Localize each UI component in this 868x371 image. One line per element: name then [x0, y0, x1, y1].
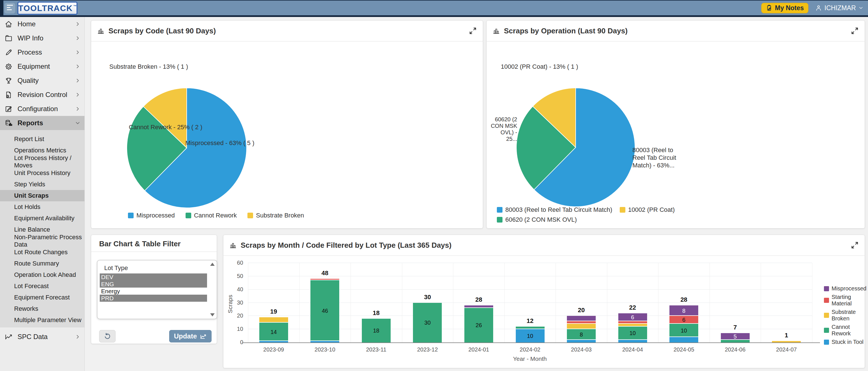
- sidebar-item-revision-control[interactable]: Revision Control: [0, 88, 85, 102]
- my-notes-button[interactable]: My Notes: [761, 3, 808, 13]
- listbox-scrollbar[interactable]: [210, 263, 215, 316]
- legend-item-cannot-rework[interactable]: Cannot Rework: [186, 212, 237, 219]
- legend-swatch: [824, 328, 829, 333]
- expand-icon[interactable]: [850, 27, 859, 35]
- expand-icon[interactable]: [850, 241, 859, 249]
- topbar-left-edge: [0, 1, 3, 15]
- legend-item-misprocessed[interactable]: Misprocessed: [128, 212, 175, 219]
- x-axis-line: [242, 342, 820, 343]
- trophy-icon: [4, 77, 13, 85]
- scroll-up-icon[interactable]: [210, 263, 215, 266]
- bar-segment-cannot-rework-2024-06[interactable]: [721, 340, 750, 342]
- chevron-right-icon: [75, 106, 81, 112]
- sidebar-item-reports[interactable]: Reports: [0, 116, 85, 130]
- sidebar-subitem-operation-look-ahead[interactable]: Operation Look Ahead: [0, 269, 85, 281]
- bar-segment-misprocessed-2024-01[interactable]: [464, 305, 493, 308]
- chevron-right-icon: [75, 78, 81, 83]
- bar-chart-icon: [229, 241, 237, 249]
- expand-icon[interactable]: [469, 27, 477, 35]
- scraps-by-operation-card: Scraps by Operation (Last 90 Days) 10002…: [486, 20, 865, 228]
- scroll-down-icon[interactable]: [210, 313, 215, 316]
- pie-legend: 80003 (Reel to Reel Tab Circuit Match)10…: [497, 206, 726, 223]
- legend-item-80003-reel-to-reel-tab-circuit-match[interactable]: 80003 (Reel to Reel Tab Circuit Match): [497, 206, 612, 213]
- bar-segment-stuck-in-tool-2024-04[interactable]: [618, 340, 647, 342]
- sidebar-subitem-report-list[interactable]: Report List: [0, 134, 85, 145]
- bar-chart-table-filter-card: Bar Chart & Table Filter Lot Type DEVENG…: [91, 235, 217, 344]
- sidebar-subitem-equipment-availability[interactable]: Equipment Availability: [0, 212, 85, 224]
- sidebar-item-configuration[interactable]: Configuration: [0, 102, 85, 116]
- sidebar-subitem-unit-scraps[interactable]: Unit Scraps: [0, 190, 85, 201]
- sidebar-subitem-lot-process-history-moves[interactable]: Lot Process History / Moves: [0, 156, 85, 167]
- sidebar-subitem-lot-route-changes[interactable]: Lot Route Changes: [0, 247, 85, 258]
- sidebar-item-process[interactable]: Process: [0, 45, 85, 59]
- sidebar-subitem-unit-process-history[interactable]: Unit Process History: [0, 167, 85, 179]
- bar-segment-stuck-in-tool-2024-03[interactable]: [567, 340, 596, 342]
- lot-type-option-energy[interactable]: Energy: [100, 288, 207, 295]
- bar-segment-starting-material-2024-03[interactable]: [567, 321, 596, 324]
- sidebar-item-label: Revision Control: [18, 91, 67, 99]
- bar-total-label: 12: [513, 317, 547, 324]
- sidebar-subitem-lot-forecast[interactable]: Lot Forecast: [0, 281, 85, 292]
- legend-label: Starting Material: [832, 294, 866, 307]
- scraps-by-month-card: Scraps by Month / Code Filtered by Lot T…: [223, 235, 865, 368]
- sidebar-item-home[interactable]: Home: [0, 17, 85, 31]
- x-tick-label: 2023-10: [305, 346, 345, 353]
- legend-item-60620-2-con-msk-ovl[interactable]: 60620 (2 CON MSK OVL): [497, 216, 577, 223]
- legend-item-starting-material[interactable]: Starting Material: [824, 294, 866, 307]
- sidebar-subitem-non-parametric-process-data[interactable]: Non-Parametric Process Data: [0, 235, 85, 247]
- gridline: [761, 263, 761, 342]
- user-menu[interactable]: ICHIZMAR: [815, 4, 864, 12]
- bar-total-label: 28: [667, 296, 701, 304]
- sidebar-subitem-route-summary[interactable]: Route Summary: [0, 258, 85, 269]
- bar-segment-substrate-broken-2024-04[interactable]: [618, 324, 647, 326]
- app-logo: TOOLTRACK ™: [18, 2, 78, 15]
- lot-type-listbox[interactable]: Lot Type DEVENGEnergyPRD: [97, 260, 217, 319]
- update-button[interactable]: Update: [169, 330, 212, 342]
- bar-segment-stuck-in-tool-2024-05[interactable]: [670, 337, 698, 342]
- lot-type-option-dev[interactable]: DEV: [100, 274, 207, 281]
- sidebar-item-wip-info[interactable]: WIP Info: [0, 31, 85, 45]
- sidebar-subitem-reworks[interactable]: Reworks: [0, 303, 85, 314]
- x-tick-label: 2024-04: [613, 346, 653, 353]
- y-tick-label: 50: [227, 273, 243, 279]
- lot-type-option-prd[interactable]: PRD: [100, 295, 207, 302]
- pencil-icon: [4, 48, 13, 57]
- sidebar-item-label: Equipment: [18, 62, 50, 70]
- legend-item-10002-pr-coat[interactable]: 10002 (PR Coat): [620, 206, 675, 213]
- legend-label: Cannot Rework: [832, 324, 866, 337]
- lot-type-option-eng[interactable]: ENG: [100, 281, 207, 288]
- bar-segment-substrate-broken-2023-09[interactable]: [259, 317, 288, 323]
- sidebar-subitem-multiple-parameter-view[interactable]: Multiple Parameter View: [0, 314, 85, 326]
- line-chart-icon: [4, 333, 13, 341]
- bar-segment-starting-material-2023-10[interactable]: [310, 279, 339, 280]
- card-title: Scraps by Operation (Last 90 Days): [504, 27, 628, 35]
- chevron-right-icon: [75, 21, 81, 27]
- gridline: [710, 263, 710, 342]
- sidebar-item-equipment[interactable]: Equipment: [0, 59, 85, 74]
- legend-item-substrate-broken[interactable]: Substrate Broken: [247, 212, 304, 219]
- gridline: [402, 263, 402, 342]
- chevron-down-icon: [75, 120, 81, 126]
- legend-swatch: [497, 217, 502, 223]
- sidebar-subitem-lot-holds[interactable]: Lot Holds: [0, 201, 85, 212]
- legend-item-stuck-in-tool[interactable]: Stuck in Tool: [824, 339, 866, 345]
- bar-segment-cannot-rework-2024-02[interactable]: [516, 326, 545, 329]
- chevron-right-icon: [75, 64, 81, 69]
- card-title: Scraps by Month / Code Filtered by Lot T…: [241, 241, 452, 250]
- clipboard-pencil-icon: [766, 4, 773, 11]
- sidebar-item-spc-data[interactable]: SPC Data: [0, 330, 85, 344]
- sidebar-item-quality[interactable]: Quality: [0, 74, 85, 88]
- bar-segment-starting-material-2024-04[interactable]: [618, 321, 647, 324]
- gridline: [812, 263, 812, 342]
- legend-item-misprocessed[interactable]: Misprocessed: [824, 285, 866, 292]
- legend-item-cannot-rework[interactable]: Cannot Rework: [824, 324, 866, 337]
- sidebar-subitem-equipment-forecast[interactable]: Equipment Forecast: [0, 292, 85, 303]
- menu-toggle-button[interactable]: [4, 3, 15, 13]
- username-label: ICHIZMAR: [825, 4, 856, 12]
- bar-segment-misprocessed-2024-03[interactable]: [567, 316, 596, 321]
- reset-filter-button[interactable]: [99, 330, 116, 342]
- legend-item-substrate-broken[interactable]: Substrate Broken: [824, 309, 866, 322]
- bar-segment-substrate-broken-2024-03[interactable]: [567, 324, 596, 329]
- sidebar-subitem-step-yields[interactable]: Step Yields: [0, 179, 85, 190]
- legend-label: 10002 (PR Coat): [628, 206, 675, 213]
